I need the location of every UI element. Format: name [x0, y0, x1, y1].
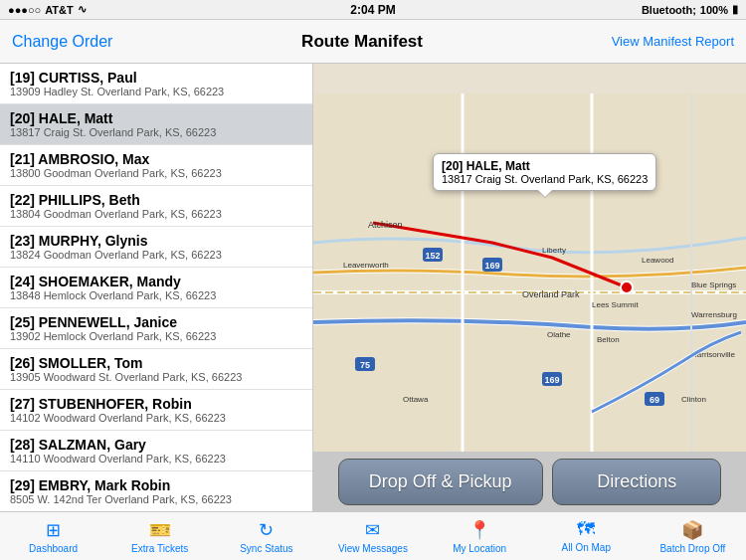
svg-text:152: 152: [425, 251, 440, 261]
tab-my-location[interactable]: 📍 My Location: [427, 512, 533, 560]
route-list-item-21[interactable]: [21] AMBROSIO, Max 13800 Goodman Overlan…: [0, 145, 312, 186]
route-list-item-28[interactable]: [28] SALZMAN, Gary 14110 Woodward Overla…: [0, 431, 312, 471]
svg-text:Overland Park: Overland Park: [522, 289, 580, 299]
bluetooth-icon: Bluetooth;: [642, 4, 696, 16]
tab-icon: 📍: [468, 519, 490, 541]
route-list-item-25[interactable]: [25] PENNEWELL, Janice 13902 Hemlock Ove…: [0, 308, 312, 349]
route-list-item-27[interactable]: [27] STUBENHOFER, Robin 14102 Woodward O…: [0, 390, 312, 431]
battery-icon: ▮: [732, 3, 738, 16]
route-list-item-20[interactable]: [20] HALE, Matt 13817 Craig St. Overland…: [0, 104, 312, 145]
route-list[interactable]: [19] CURTISS, Paul 13909 Hadley St. Over…: [0, 64, 313, 511]
route-list-item-19[interactable]: [19] CURTISS, Paul 13909 Hadley St. Over…: [0, 64, 312, 104]
list-item-title: [27] STUBENHOFER, Robin: [10, 396, 302, 412]
list-item-subtitle: 13909 Hadley St. Overland Park, KS, 6622…: [10, 86, 302, 97]
list-item-title: [22] PHILLIPS, Beth: [10, 192, 302, 208]
change-order-button[interactable]: Change Order: [12, 33, 112, 51]
list-item-subtitle: 8505 W. 142nd Ter Overland Park, KS, 662…: [10, 493, 302, 505]
list-item-title: [28] SALZMAN, Gary: [10, 437, 302, 453]
tab-all-on-map[interactable]: 🗺 All On Map: [533, 512, 640, 560]
tab-view-messages[interactable]: ✉ View Messages: [319, 512, 426, 560]
navigation-bar: Change Order Route Manifest View Manifes…: [0, 20, 746, 64]
map-callout: [20] HALE, Matt 13817 Craig St. Overland…: [433, 153, 656, 191]
svg-text:169: 169: [544, 375, 559, 385]
tab-icon: ✉: [365, 519, 380, 541]
tab-dashboard[interactable]: ⊞ Dashboard: [0, 512, 106, 560]
svg-text:69: 69: [650, 395, 659, 405]
tab-label: Batch Drop Off: [659, 543, 725, 554]
wifi-icon: ∿: [78, 3, 87, 16]
tab-label: Dashboard: [29, 543, 78, 554]
list-item-subtitle: 13824 Goodman Overland Park, KS, 66223: [10, 249, 302, 261]
list-item-title: [26] SMOLLER, Tom: [10, 355, 302, 371]
list-item-subtitle: 13800 Goodman Overland Park, KS, 66223: [10, 167, 302, 179]
tab-sync-status[interactable]: ↻ Sync Status: [213, 512, 319, 560]
tab-label: Extra Tickets: [131, 543, 188, 554]
tab-icon: ⊞: [46, 519, 61, 541]
svg-text:75: 75: [360, 360, 370, 370]
tab-extra-tickets[interactable]: 🎫 Extra Tickets: [106, 512, 213, 560]
svg-text:Liberty: Liberty: [542, 246, 566, 255]
list-item-title: [19] CURTISS, Paul: [10, 70, 302, 86]
list-item-title: [25] PENNEWELL, Janice: [10, 314, 302, 330]
callout-address: 13817 Craig St. Overland Park, KS, 66223: [442, 173, 648, 185]
tab-icon: 🗺: [577, 519, 595, 540]
route-list-item-26[interactable]: [26] SMOLLER, Tom 13905 Woodward St. Ove…: [0, 349, 312, 390]
main-content: [19] CURTISS, Paul 13909 Hadley St. Over…: [0, 64, 746, 511]
svg-text:Blue Springs: Blue Springs: [691, 280, 736, 289]
svg-text:Olathe: Olathe: [547, 330, 571, 339]
svg-text:Lees Summit: Lees Summit: [592, 300, 639, 309]
list-item-subtitle: 13902 Hemlock Overland Park, KS, 66223: [10, 330, 302, 342]
status-indicators: Bluetooth; 100% ▮: [642, 3, 738, 16]
route-list-item-29[interactable]: [29] EMBRY, Mark Robin 8505 W. 142nd Ter…: [0, 471, 312, 511]
tab-label: Sync Status: [240, 543, 292, 554]
list-item-title: [21] AMBROSIO, Max: [10, 151, 302, 167]
route-list-item-22[interactable]: [22] PHILLIPS, Beth 13804 Goodman Overla…: [0, 186, 312, 227]
tab-batch-drop-off[interactable]: 📦 Batch Drop Off: [640, 512, 746, 560]
battery-label: 100%: [700, 4, 728, 16]
map-area[interactable]: Atchison Leavenworth Liberty Overland Pa…: [313, 64, 746, 511]
list-item-title: [24] SHOEMAKER, Mandy: [10, 274, 302, 289]
page-title: Route Manifest: [301, 32, 423, 52]
svg-text:Warrensburg: Warrensburg: [691, 310, 737, 319]
tab-label: View Messages: [338, 543, 408, 554]
list-item-subtitle: 14102 Woodward Overland Park, KS, 66223: [10, 412, 302, 424]
tab-icon: 🎫: [149, 519, 171, 541]
tab-bar: ⊞ Dashboard 🎫 Extra Tickets ↻ Sync Statu…: [0, 511, 746, 560]
tab-label: All On Map: [562, 542, 611, 553]
svg-text:Clinton: Clinton: [681, 395, 706, 404]
status-time: 2:04 PM: [350, 3, 395, 17]
list-item-subtitle: 14110 Woodward Overland Park, KS, 66223: [10, 453, 302, 465]
carrier-label: AT&T: [45, 4, 74, 16]
tab-icon: ↻: [259, 519, 274, 541]
directions-button[interactable]: Directions: [552, 459, 721, 505]
svg-text:Belton: Belton: [597, 335, 620, 344]
svg-point-6: [621, 281, 633, 293]
view-manifest-report-button[interactable]: View Manifest Report: [612, 34, 734, 49]
list-item-subtitle: 13817 Craig St. Overland Park, KS, 66223: [10, 126, 302, 138]
svg-text:Atchison: Atchison: [368, 220, 403, 230]
action-buttons-row: Drop Off & Pickup Directions: [313, 452, 746, 511]
list-item-subtitle: 13804 Goodman Overland Park, KS, 66223: [10, 208, 302, 220]
route-list-item-24[interactable]: [24] SHOEMAKER, Mandy 13848 Hemlock Over…: [0, 268, 312, 308]
list-item-subtitle: 13905 Woodward St. Overland Park, KS, 66…: [10, 371, 302, 383]
svg-text:Leawood: Leawood: [642, 256, 673, 265]
list-item-title: [29] EMBRY, Mark Robin: [10, 477, 302, 493]
list-item-subtitle: 13848 Hemlock Overland Park, KS, 66223: [10, 289, 302, 301]
list-item-title: [23] MURPHY, Glynis: [10, 233, 302, 249]
signal-icon: ●●●○○: [8, 4, 41, 16]
list-item-title: [20] HALE, Matt: [10, 110, 302, 126]
tab-icon: 📦: [681, 519, 703, 541]
svg-rect-0: [313, 93, 746, 481]
svg-text:Leavenworth: Leavenworth: [343, 261, 389, 270]
drop-off-pickup-button[interactable]: Drop Off & Pickup: [338, 459, 543, 505]
route-list-item-23[interactable]: [23] MURPHY, Glynis 13824 Goodman Overla…: [0, 227, 312, 268]
svg-text:169: 169: [484, 261, 499, 271]
status-carrier: ●●●○○ AT&T ∿: [8, 3, 87, 16]
svg-text:Ottawa: Ottawa: [403, 395, 429, 404]
status-bar: ●●●○○ AT&T ∿ 2:04 PM Bluetooth; 100% ▮: [0, 0, 746, 20]
tab-label: My Location: [453, 543, 506, 554]
callout-title: [20] HALE, Matt: [442, 159, 648, 173]
